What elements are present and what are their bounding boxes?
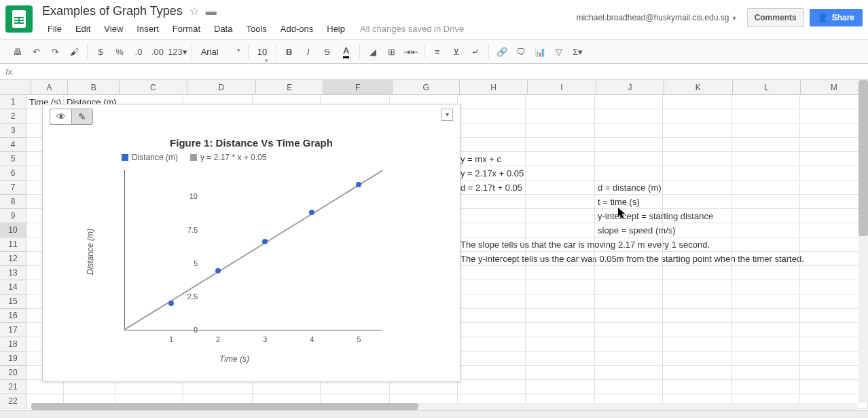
chart-edit-icon[interactable]: ✎ [71,109,93,125]
cell-H7[interactable]: d = 2.17t + 0.05 [458,180,526,194]
cell-H13[interactable] [458,266,526,280]
cell-J9[interactable]: y-intercept = starting distance [595,209,663,223]
embedded-chart[interactable]: 👁 ✎ ▾ Figure 1: Distance Vs Time Graph D… [42,104,460,382]
star-icon[interactable]: ☆ [189,5,199,18]
col-header-I[interactable]: I [528,80,596,94]
cell-I3[interactable] [526,124,595,137]
cell-I8[interactable] [526,195,595,208]
cell-K3[interactable] [663,124,732,137]
cell-H11[interactable]: The slope tells us that the car is movin… [458,238,526,251]
redo-icon[interactable]: ↷ [46,43,64,60]
cell-I6[interactable] [526,166,595,180]
cell-H21[interactable] [458,380,526,394]
cell-K14[interactable] [663,280,732,294]
percent-icon[interactable]: % [111,43,128,60]
menu-edit[interactable]: Edit [70,21,96,37]
menu-tools[interactable]: Tools [240,21,272,37]
cell-H2[interactable] [458,109,526,123]
cell-I5[interactable] [526,152,595,166]
row-header-22[interactable]: 22 [0,394,26,408]
font-name-select[interactable]: Arial [196,45,244,59]
cell-H6[interactable]: y = 2.17x + 0.05 [458,166,526,180]
cell-I2[interactable] [526,109,595,123]
cell-J14[interactable] [595,280,663,294]
row-header-4[interactable]: 4 [0,138,26,152]
row-header-9[interactable]: 9 [0,209,26,223]
folder-icon[interactable]: ▬ [206,5,217,18]
cell-H10[interactable] [458,223,526,237]
merge-icon[interactable]: ⇥⇤ [402,43,420,60]
cell-K21[interactable] [663,380,732,394]
bold-icon[interactable]: B [281,43,298,60]
cell-I18[interactable] [526,337,595,351]
decimal-inc-icon[interactable]: .00 [149,43,166,60]
cell-A21[interactable] [26,380,64,394]
row-header-16[interactable]: 16 [0,309,26,323]
cell-L2[interactable] [732,109,800,123]
cell-K11[interactable] [663,238,732,251]
cell-H12[interactable]: The y-intercept tells us the car was 0.0… [458,252,526,265]
chart-icon[interactable]: 📊 [531,43,549,60]
cell-L8[interactable] [732,195,800,208]
cell-L14[interactable] [732,280,800,294]
menu-addons[interactable]: Add-ons [275,21,319,37]
row-header-10[interactable]: 10 [0,223,26,238]
cell-H3[interactable] [458,124,526,137]
cell-K1[interactable] [663,95,732,109]
row-header-7[interactable]: 7 [0,180,26,195]
doc-title[interactable]: Examples of Graph Types [42,4,183,18]
cell-H9[interactable] [458,209,526,223]
italic-icon[interactable]: I [300,43,317,60]
menu-insert[interactable]: Insert [131,21,164,37]
cell-H4[interactable] [458,138,526,151]
cell-H16[interactable] [458,309,526,322]
cell-H5[interactable]: y = mx + c [458,152,526,166]
cell-E21[interactable] [253,380,321,394]
col-header-D[interactable]: D [187,80,256,94]
cell-M2[interactable] [800,109,868,123]
text-color-icon[interactable]: A [338,43,355,60]
chart-menu-dropdown[interactable]: ▾ [441,109,453,121]
font-size-select[interactable]: 10 [253,45,272,59]
cell-C21[interactable] [115,380,183,394]
cell-L7[interactable] [732,180,800,194]
cell-J18[interactable] [595,337,663,351]
comment-icon[interactable]: 🗨 [512,43,530,60]
cell-J4[interactable] [595,138,663,151]
cell-B21[interactable] [64,380,115,394]
cell-I13[interactable] [526,266,595,280]
functions-icon[interactable]: Σ▾ [569,43,587,60]
cell-I19[interactable] [526,352,595,365]
cell-J5[interactable] [595,152,663,166]
cell-L13[interactable] [732,266,800,280]
cell-M15[interactable] [800,294,868,308]
currency-icon[interactable]: $ [92,43,109,60]
row-header-6[interactable]: 6 [0,166,26,180]
cell-K5[interactable] [663,152,732,166]
cell-K6[interactable] [663,166,732,180]
decimal-dec-icon[interactable]: .0 [130,43,147,60]
cell-I7[interactable] [526,180,595,194]
col-header-A[interactable]: A [31,80,69,94]
cell-H8[interactable] [458,195,526,208]
cell-H15[interactable] [458,294,526,308]
cell-J6[interactable] [595,166,663,180]
cell-M11[interactable] [800,238,868,251]
cell-M7[interactable] [800,180,868,194]
cell-L18[interactable] [732,337,800,351]
cell-L9[interactable] [732,209,800,223]
cell-H14[interactable] [458,280,526,294]
comments-button[interactable]: Comments [747,8,804,27]
row-header-1[interactable]: 1 [0,95,26,109]
cell-J16[interactable] [595,309,663,322]
cell-K12[interactable] [663,252,732,265]
cell-H17[interactable] [458,323,526,337]
row-header-20[interactable]: 20 [0,366,26,380]
cell-F21[interactable] [321,380,390,394]
fill-color-icon[interactable]: ◢ [364,43,382,60]
cell-I16[interactable] [526,309,595,322]
row-header-18[interactable]: 18 [0,337,26,352]
cell-M18[interactable] [800,337,868,351]
cell-I17[interactable] [526,323,595,337]
cell-M6[interactable] [800,166,868,180]
